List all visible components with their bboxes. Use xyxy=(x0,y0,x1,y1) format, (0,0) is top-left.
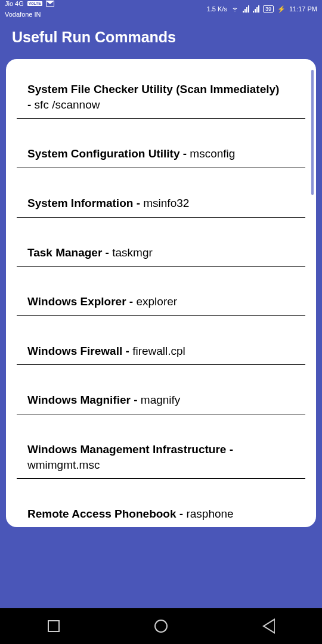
command-text: System Information - msinfo32 xyxy=(27,196,295,211)
command-item[interactable]: System Information - msinfo32 xyxy=(17,186,305,218)
command-item[interactable]: Windows Management Infrastructure - wmim… xyxy=(17,432,305,479)
battery-indicator: 39 xyxy=(263,5,274,13)
clock: 11:17 PM xyxy=(289,5,317,13)
network-speed: 1.5 K/s xyxy=(207,5,227,13)
command-text: Remote Access Phonebook - rasphone xyxy=(27,506,295,522)
command-item[interactable]: Windows Magnifier - magnify xyxy=(17,383,305,414)
status-right: 1.5 K/s 39 ⚡ 11:17 PM xyxy=(207,5,317,13)
command-text: System File Checker Utility (Scan Immedi… xyxy=(27,82,295,112)
carrier-label-1: Jio 4G xyxy=(5,0,24,7)
commands-list: System File Checker Utility (Scan Immedi… xyxy=(6,77,316,527)
command-item[interactable]: Remote Access Phonebook - rasphone xyxy=(17,497,305,527)
command-text: System Configuration Utility - msconfig xyxy=(27,146,295,162)
status-bar: Jio 4G VoLTE Vodafone IN 1.5 K/s 39 ⚡ 11… xyxy=(0,0,322,18)
command-item[interactable]: Windows Firewall - firewall.cpl xyxy=(17,334,305,366)
back-button[interactable] xyxy=(262,618,275,634)
signal-icon-1 xyxy=(243,5,249,13)
scrollbar[interactable] xyxy=(311,70,314,195)
command-text: Windows Firewall - firewall.cpl xyxy=(27,343,295,359)
command-item[interactable]: Task Manager - taskmgr xyxy=(17,236,305,267)
command-item[interactable]: Windows Explorer - explorer xyxy=(17,284,305,316)
recent-apps-button[interactable] xyxy=(48,620,60,632)
status-left: Jio 4G VoLTE Vodafone IN xyxy=(5,0,54,18)
page-title: Useful Run Commands xyxy=(12,29,176,45)
navigation-bar xyxy=(0,608,322,644)
wifi-icon xyxy=(231,5,239,13)
command-text: Windows Explorer - explorer xyxy=(27,294,295,309)
command-text: Task Manager - taskmgr xyxy=(27,245,295,261)
command-text: Windows Magnifier - magnify xyxy=(27,392,295,408)
home-button[interactable] xyxy=(154,620,168,633)
command-text: Windows Management Infrastructure - wmim… xyxy=(27,442,295,472)
app-bar: Useful Run Commands xyxy=(0,18,322,59)
command-item[interactable]: System File Checker Utility (Scan Immedi… xyxy=(17,77,305,119)
volte-badge: VoLTE xyxy=(27,1,42,6)
commands-card[interactable]: System File Checker Utility (Scan Immedi… xyxy=(6,59,316,527)
charging-icon: ⚡ xyxy=(277,5,286,13)
signal-icon-2 xyxy=(253,5,259,13)
mail-icon xyxy=(46,1,54,7)
carrier-label-2: Vodafone IN xyxy=(5,11,41,18)
command-item[interactable]: System Configuration Utility - msconfig xyxy=(17,137,305,168)
